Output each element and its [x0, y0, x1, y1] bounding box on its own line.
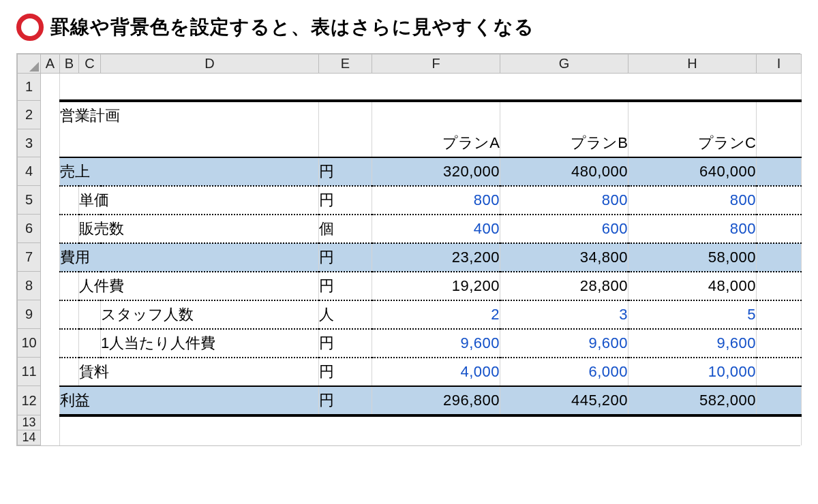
cell-I7[interactable] — [757, 243, 802, 272]
row-header-11[interactable]: 11 — [18, 358, 41, 386]
cell-A12[interactable] — [41, 386, 60, 415]
cell-label-labor[interactable]: 人件費 — [79, 272, 319, 300]
row-header-9[interactable]: 9 — [18, 300, 41, 329]
cell-G12[interactable]: 445,200 — [500, 386, 628, 415]
cell-H5[interactable]: 800 — [628, 186, 757, 215]
cell-H12[interactable]: 582,000 — [628, 386, 757, 415]
cell-unit-labor[interactable]: 円 — [319, 272, 372, 300]
col-header-C[interactable]: C — [79, 54, 101, 74]
cell-E2[interactable] — [319, 101, 372, 129]
cell-H8[interactable]: 48,000 — [628, 272, 757, 300]
cell-F10[interactable]: 9,600 — [372, 329, 500, 358]
row-header-6[interactable]: 6 — [18, 215, 41, 243]
cell-F4[interactable]: 320,000 — [372, 157, 500, 186]
col-header-D[interactable]: D — [101, 54, 319, 74]
cell-B9[interactable] — [60, 300, 79, 329]
cell-H7[interactable]: 58,000 — [628, 243, 757, 272]
cell-B10[interactable] — [60, 329, 79, 358]
cell-A6[interactable] — [41, 215, 60, 243]
row-header-5[interactable]: 5 — [18, 186, 41, 215]
cell-label-sales[interactable]: 売上 — [60, 157, 319, 186]
cell-unit-profit[interactable]: 円 — [319, 386, 372, 415]
col-header-F[interactable]: F — [372, 54, 500, 74]
col-header-H[interactable]: H — [628, 54, 757, 74]
cell-unit-qty[interactable]: 個 — [319, 215, 372, 243]
cell-A3[interactable] — [41, 129, 60, 157]
cell-G2[interactable] — [500, 101, 628, 129]
cell-H2[interactable] — [628, 101, 757, 129]
cell-label-profit[interactable]: 利益 — [60, 386, 319, 415]
row-header-1[interactable]: 1 — [18, 74, 41, 101]
cell-H11[interactable]: 10,000 — [628, 358, 757, 386]
cell-A13[interactable] — [41, 415, 60, 430]
cell-unit-price[interactable]: 円 — [319, 186, 372, 215]
cell-I10[interactable] — [757, 329, 802, 358]
cell-I8[interactable] — [757, 272, 802, 300]
cell-label-rent[interactable]: 賃料 — [79, 358, 319, 386]
cell-I11[interactable] — [757, 358, 802, 386]
cell-H4[interactable]: 640,000 — [628, 157, 757, 186]
cell-A10[interactable] — [41, 329, 60, 358]
cell-E3[interactable] — [319, 129, 372, 157]
cell-G4[interactable]: 480,000 — [500, 157, 628, 186]
cell-unit-staff[interactable]: 人 — [319, 300, 372, 329]
cell-unit-rent[interactable]: 円 — [319, 358, 372, 386]
col-header-E[interactable]: E — [319, 54, 372, 74]
cell-I2[interactable] — [757, 101, 802, 129]
cell-C9[interactable] — [79, 300, 101, 329]
col-header-G[interactable]: G — [500, 54, 628, 74]
cell-A7[interactable] — [41, 243, 60, 272]
cell-A11[interactable] — [41, 358, 60, 386]
cell-I4[interactable] — [757, 157, 802, 186]
cell-A14[interactable] — [41, 430, 60, 445]
cell-A4[interactable] — [41, 157, 60, 186]
cell-H6[interactable]: 800 — [628, 215, 757, 243]
cell-label-percap[interactable]: 1人当たり人件費 — [101, 329, 319, 358]
cell-G10[interactable]: 9,600 — [500, 329, 628, 358]
cell-I5[interactable] — [757, 186, 802, 215]
cell-A9[interactable] — [41, 300, 60, 329]
cell-G8[interactable]: 28,800 — [500, 272, 628, 300]
cell-B1-I1[interactable] — [60, 74, 802, 101]
cell-B8[interactable] — [60, 272, 79, 300]
cell-label-cost[interactable]: 費用 — [60, 243, 319, 272]
cell-F8[interactable]: 19,200 — [372, 272, 500, 300]
col-header-I[interactable]: I — [757, 54, 802, 74]
cell-unit-sales[interactable]: 円 — [319, 157, 372, 186]
cell-label-staff[interactable]: スタッフ人数 — [101, 300, 319, 329]
row-header-2[interactable]: 2 — [18, 101, 41, 129]
cell-title[interactable]: 営業計画 — [60, 101, 319, 129]
cell-G9[interactable]: 3 — [500, 300, 628, 329]
cell-F9[interactable]: 2 — [372, 300, 500, 329]
cell-H9[interactable]: 5 — [628, 300, 757, 329]
cell-F11[interactable]: 4,000 — [372, 358, 500, 386]
row-header-14[interactable]: 14 — [18, 430, 41, 445]
cell-I9[interactable] — [757, 300, 802, 329]
cell-A2[interactable] — [41, 101, 60, 129]
cell-unit-percap[interactable]: 円 — [319, 329, 372, 358]
row-header-3[interactable]: 3 — [18, 129, 41, 157]
cell-BCD3[interactable] — [60, 129, 319, 157]
cell-A8[interactable] — [41, 272, 60, 300]
cell-A5[interactable] — [41, 186, 60, 215]
row-header-7[interactable]: 7 — [18, 243, 41, 272]
spreadsheet[interactable]: A B C D E F G H I 1 2 営業計画 — [17, 54, 802, 445]
cell-H10[interactable]: 9,600 — [628, 329, 757, 358]
cell-G6[interactable]: 600 — [500, 215, 628, 243]
cell-B13-I13[interactable] — [60, 415, 802, 430]
select-all-corner[interactable] — [18, 54, 41, 74]
cell-G7[interactable]: 34,800 — [500, 243, 628, 272]
cell-I12[interactable] — [757, 386, 802, 415]
cell-F12[interactable]: 296,800 — [372, 386, 500, 415]
cell-F2[interactable] — [372, 101, 500, 129]
row-header-8[interactable]: 8 — [18, 272, 41, 300]
cell-F5[interactable]: 800 — [372, 186, 500, 215]
cell-B5[interactable] — [60, 186, 79, 215]
cell-F6[interactable]: 400 — [372, 215, 500, 243]
cell-plan-a[interactable]: プランA — [372, 129, 500, 157]
cell-plan-b[interactable]: プランB — [500, 129, 628, 157]
cell-A1[interactable] — [41, 74, 60, 101]
cell-G5[interactable]: 800 — [500, 186, 628, 215]
cell-G11[interactable]: 6,000 — [500, 358, 628, 386]
col-header-A[interactable]: A — [41, 54, 60, 74]
